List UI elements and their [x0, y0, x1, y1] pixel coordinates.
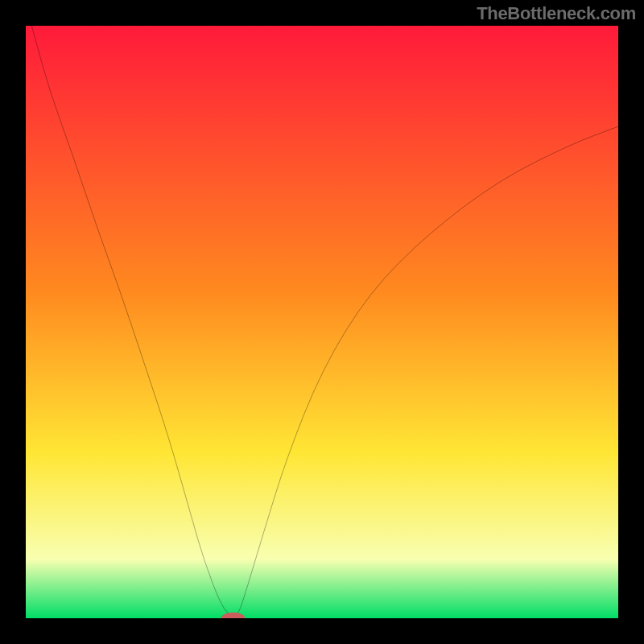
- attribution-text: TheBottleneck.com: [477, 3, 636, 24]
- chart-background: [26, 26, 618, 618]
- bottleneck-chart: [26, 26, 618, 618]
- chart-container: TheBottleneck.com: [0, 0, 644, 644]
